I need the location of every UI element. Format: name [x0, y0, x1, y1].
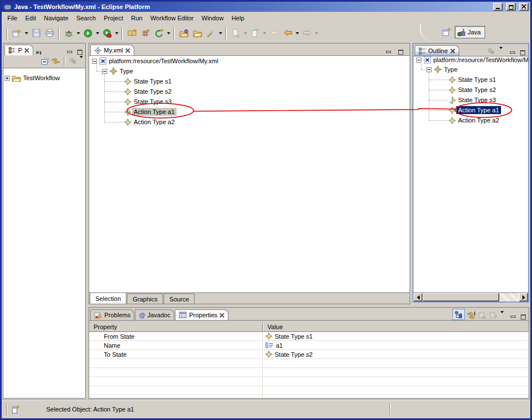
outline-tree-root[interactable]: platform:/resource/TestWorkflow/My.xml [416, 56, 528, 65]
menu-item-search[interactable]: Search [72, 12, 100, 24]
close-icon[interactable] [24, 48, 29, 53]
view-minimize-button[interactable] [508, 49, 516, 56]
debug-button[interactable] [62, 27, 76, 40]
table-row-name[interactable]: Name a1 [89, 341, 529, 350]
tab-problems[interactable]: Problems [90, 309, 134, 320]
external-tools-button[interactable] [100, 27, 114, 40]
menu-item-window[interactable]: Window [197, 12, 227, 24]
link-with-editor-button-disabled[interactable] [487, 48, 495, 56]
expander-icon[interactable] [102, 69, 107, 74]
back-dropdown[interactable] [294, 27, 300, 40]
view-minimize-button[interactable] [65, 49, 73, 55]
expander-icon[interactable] [427, 67, 432, 72]
scroll-left-button[interactable] [414, 293, 423, 301]
tab-graphics[interactable]: Graphics [127, 294, 163, 304]
print-button[interactable] [43, 27, 56, 40]
close-icon[interactable] [125, 48, 130, 53]
outline-tree-node-s2[interactable]: State Type s2 [449, 85, 496, 95]
view-minimize-button[interactable] [509, 313, 517, 320]
open-resource-button[interactable] [191, 27, 204, 40]
scroll-right-button[interactable] [519, 293, 528, 301]
outline-tree-type[interactable]: Type [427, 64, 458, 75]
close-icon[interactable] [450, 49, 455, 54]
link-with-editor-button[interactable] [51, 58, 60, 66]
collapse-all-button[interactable] [41, 58, 49, 66]
view-menu-button[interactable] [80, 58, 83, 65]
new-book-wizard-button[interactable] [125, 27, 139, 40]
view-menu-button[interactable] [499, 49, 503, 56]
tree-mode-button[interactable] [452, 309, 465, 320]
editor-minimize-button[interactable] [384, 49, 392, 55]
editor-tree-node-a2[interactable]: Action Type a2 [124, 117, 175, 127]
tree-item-testworkflow[interactable]: TestWorkflow [5, 73, 60, 83]
minimize-button[interactable] [493, 3, 503, 11]
maximize-button[interactable] [506, 3, 516, 11]
restore-default-button[interactable] [478, 312, 487, 320]
menu-item-run[interactable]: Run [127, 12, 146, 24]
tab-source[interactable]: Source [164, 294, 195, 304]
view-maximize-button[interactable] [76, 49, 83, 55]
editor-tree-root[interactable]: platform:/resource/TestWorkflow/My.xml [92, 56, 218, 66]
column-header-value[interactable]: Value [263, 322, 529, 331]
save-button[interactable] [29, 27, 43, 40]
new-wizard-button[interactable] [10, 27, 24, 40]
outline-tree-node-a2[interactable]: Action Type a2 [449, 115, 499, 125]
tab-javadoc[interactable]: @ Javadoc [135, 309, 174, 320]
next-annotation-button[interactable] [229, 27, 243, 40]
table-row-to-state[interactable]: To State State Type s2 [89, 350, 529, 359]
hidden-tabs-chevron[interactable]: »1 [34, 49, 43, 55]
next-annotation-dropdown[interactable] [243, 27, 248, 40]
close-button[interactable] [519, 3, 529, 11]
menu-item-file[interactable]: File [3, 12, 21, 24]
view-maximize-button[interactable] [519, 313, 527, 320]
filter-advanced-button[interactable] [467, 311, 476, 320]
previous-annotation-button[interactable] [248, 27, 262, 40]
wizard-group-dropdown[interactable] [166, 27, 172, 40]
refresh-wizard-button[interactable] [152, 27, 166, 40]
editor-tree-type[interactable]: Type [102, 66, 133, 76]
run-button[interactable] [81, 27, 95, 40]
filter-working-set-button[interactable] [69, 58, 77, 65]
menu-item-project[interactable]: Project [100, 12, 127, 24]
editor-tree-node-s1[interactable]: State Type s1 [124, 76, 172, 86]
external-tools-dropdown[interactable] [114, 27, 120, 40]
editor-maximize-button[interactable] [397, 49, 405, 55]
menu-item-navigate[interactable]: Navigate [40, 12, 72, 24]
open-type-button[interactable] [177, 27, 191, 40]
scroll-thumb[interactable] [423, 293, 499, 301]
view-menu-button[interactable] [500, 313, 504, 320]
open-perspective-button[interactable] [440, 26, 452, 38]
outline-tree-node-a1-selected[interactable]: Action Type a1 [449, 105, 501, 115]
outline-tree-node-s1[interactable]: State Type s1 [449, 75, 496, 85]
menu-item-edit[interactable]: Edit [21, 12, 40, 24]
search-button[interactable] [204, 27, 218, 40]
fast-view-button[interactable] [11, 405, 20, 415]
expander-icon[interactable] [416, 58, 421, 63]
expander-icon[interactable] [5, 76, 10, 81]
outline-horizontal-scrollbar[interactable] [414, 292, 528, 301]
java-perspective-button[interactable]: J Java [455, 26, 485, 38]
view-maximize-button[interactable] [518, 49, 526, 56]
outline-tree-node-s3[interactable]: State Type s3 [449, 95, 496, 105]
search-dropdown[interactable] [218, 27, 223, 40]
delete-property-button[interactable] [489, 312, 498, 320]
tab-selection[interactable]: Selection [90, 292, 126, 304]
menu-item-workflow-editor[interactable]: Workflow Editor [146, 12, 197, 24]
expander-icon[interactable] [92, 59, 97, 64]
forward-dropdown[interactable] [314, 27, 319, 40]
editor-tree-node-s3[interactable]: State Type s3 [124, 97, 172, 107]
tab-package-explorer[interactable]: P [5, 45, 33, 55]
editor-tree-node-a1-selected[interactable]: Action Type a1 [124, 107, 177, 117]
new-wizard-dropdown[interactable] [24, 27, 29, 40]
previous-annotation-dropdown[interactable] [262, 27, 267, 40]
tab-properties[interactable]: Properties [175, 309, 228, 320]
close-icon[interactable] [219, 313, 225, 318]
column-header-property[interactable]: Property [89, 322, 263, 331]
run-dropdown[interactable] [95, 27, 100, 40]
menu-item-help[interactable]: Help [227, 12, 248, 24]
back-button[interactable] [281, 27, 294, 40]
last-edit-location-button[interactable] [267, 27, 281, 40]
table-row-from-state[interactable]: From State State Type s1 [89, 332, 529, 341]
new-plugin-wizard-button[interactable] [139, 27, 152, 40]
editor-tree-node-s2[interactable]: State Type s2 [124, 86, 172, 97]
